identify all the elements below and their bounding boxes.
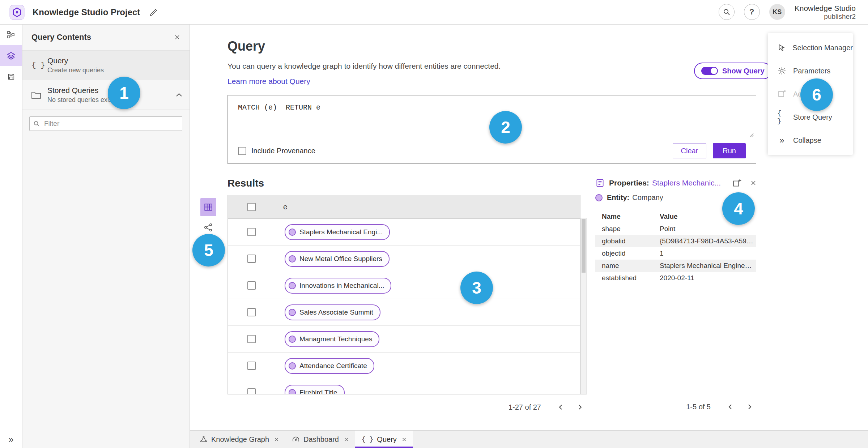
row-checkbox[interactable] — [247, 388, 256, 394]
rail-item-save[interactable] — [0, 66, 22, 87]
entity-pill[interactable]: Attendance Certificate — [285, 358, 374, 374]
tab-label: Query — [377, 435, 396, 444]
row-checkbox[interactable] — [247, 335, 256, 343]
stored-queries-title: Stored Queries — [47, 86, 114, 95]
entity-dot-icon — [289, 389, 296, 394]
filter-search-icon — [33, 120, 40, 127]
entity-pill[interactable]: Staplers Mechanical Engi... — [285, 224, 390, 240]
table-view-button[interactable] — [200, 198, 216, 216]
page-title: Query — [227, 39, 265, 54]
annotation-circle-3: 3 — [460, 272, 493, 304]
avatar[interactable]: KS — [769, 4, 785, 20]
clear-button[interactable]: Clear — [673, 143, 707, 158]
chevron-up-icon[interactable] — [176, 93, 182, 97]
selected-entity-link[interactable]: Staplers Mechanic... — [652, 179, 721, 187]
property-row: objectid 1 — [595, 247, 756, 260]
properties-prev-page-button[interactable] — [724, 400, 737, 414]
row-checkbox[interactable] — [247, 255, 256, 263]
scrollbar-thumb[interactable] — [582, 219, 586, 273]
rail-item-hierarchy[interactable] — [0, 24, 22, 45]
entity-pill[interactable]: Sales Associate Summit — [285, 304, 380, 320]
row-checkbox[interactable] — [247, 308, 256, 316]
show-query-toggle[interactable]: Show Query — [694, 63, 772, 79]
resize-grip-icon[interactable] — [749, 132, 754, 137]
add-to-map-icon — [777, 90, 787, 98]
close-tab-icon[interactable] — [402, 437, 407, 442]
tool-label: Collapse — [793, 136, 821, 145]
entity-pill[interactable]: Innovations in Mechanical... — [285, 278, 391, 294]
tool-label: Selection Manager — [792, 44, 853, 52]
query-item-title: Query — [47, 56, 104, 65]
layers-icon — [7, 51, 16, 60]
rail-collapse-button[interactable]: » — [0, 434, 22, 445]
entity-dot-icon — [289, 282, 296, 289]
results-prev-page-button[interactable] — [554, 400, 568, 414]
run-button[interactable]: Run — [713, 143, 746, 158]
entity-dot-icon — [289, 336, 296, 343]
properties-label: Properties: — [609, 179, 649, 187]
entity-pill[interactable]: Firebird Title — [285, 385, 345, 394]
results-table-header: e — [228, 195, 580, 219]
properties-page-range: 1-5 of 5 — [686, 403, 711, 411]
entity-type: Company — [632, 193, 663, 202]
results-view-toggles — [200, 198, 216, 232]
row-checkbox[interactable] — [247, 362, 256, 370]
entity-pill[interactable]: New Metal Office Suppliers — [285, 251, 390, 267]
table-row: New Metal Office Suppliers — [228, 246, 580, 272]
close-tab-icon[interactable] — [274, 437, 279, 442]
include-provenance-checkbox[interactable] — [238, 147, 246, 155]
properties-next-page-button[interactable] — [743, 400, 756, 414]
results-scrollbar[interactable] — [580, 218, 587, 394]
knowledge-graph-icon — [200, 435, 208, 443]
tab-label: Knowledge Graph — [211, 435, 269, 444]
close-tab-icon[interactable] — [344, 437, 349, 442]
collapse-item[interactable]: » Collapse — [768, 129, 853, 152]
entity-label: Sales Associate Summit — [299, 308, 373, 316]
entity-label: Firebird Title — [299, 389, 337, 394]
selection-manager-icon — [777, 44, 786, 52]
results-next-page-button[interactable] — [573, 400, 587, 414]
gear-icon — [777, 67, 787, 75]
tab-knowledge-graph[interactable]: Knowledge Graph — [193, 431, 285, 448]
filter-input[interactable] — [43, 119, 178, 128]
graph-view-button[interactable] — [204, 223, 213, 232]
annotation-circle-1: 1 — [108, 77, 140, 109]
query-editor-text[interactable]: MATCH (e) RETURN e — [238, 103, 320, 112]
entity-label: Managment Techniques — [299, 335, 372, 343]
add-to-selection-icon[interactable] — [732, 178, 742, 188]
properties-doc-icon — [595, 178, 605, 188]
row-checkbox[interactable] — [247, 228, 256, 236]
editor-controls: Include Provenance Clear Run — [228, 138, 756, 163]
app-logo-icon — [9, 5, 25, 20]
close-panel-icon[interactable] — [174, 34, 180, 40]
braces-icon: { } — [777, 109, 787, 125]
project-title: Knowledge Studio Project — [33, 7, 140, 17]
tool-label: Parameters — [793, 67, 830, 75]
contents-item-stored-queries[interactable]: Stored Queries No stored queries exist — [22, 80, 190, 110]
bottom-tab-bar: Knowledge Graph Dashboard { } Query — [190, 430, 868, 448]
contents-item-query[interactable]: { } Query Create new queries — [22, 51, 190, 80]
tab-dashboard[interactable]: Dashboard — [285, 431, 355, 448]
property-name: shape — [595, 225, 660, 233]
property-name: objectid — [595, 249, 660, 257]
results-page-range: 1-27 of 27 — [509, 403, 541, 411]
row-checkbox[interactable] — [247, 281, 256, 290]
search-button[interactable] — [719, 4, 735, 20]
properties-header: Properties: Staplers Mechanic... — [595, 178, 756, 188]
entity-pill[interactable]: Managment Techniques — [285, 331, 379, 347]
property-row: globalid {5D9B4713-F98D-4A53-A59F-C11... — [595, 235, 756, 247]
select-all-checkbox[interactable] — [247, 203, 256, 211]
rail-item-layers[interactable] — [0, 45, 22, 66]
tab-query[interactable]: { } Query — [355, 431, 413, 448]
page-description: You can query a knowledge graph to ident… — [227, 62, 501, 71]
close-properties-icon[interactable] — [750, 180, 756, 186]
edit-title-icon[interactable] — [149, 8, 158, 17]
parameters-item[interactable]: Parameters — [768, 59, 853, 82]
table-row: Sales Associate Summit — [228, 299, 580, 326]
properties-pagination: 1-5 of 5 — [595, 394, 756, 419]
entity-dot-icon — [595, 194, 603, 201]
help-button[interactable]: ? — [744, 4, 760, 20]
property-name: established — [595, 274, 660, 282]
learn-more-link[interactable]: Learn more about Query — [227, 77, 310, 86]
selection-manager-item[interactable]: Selection Manager — [768, 36, 853, 59]
